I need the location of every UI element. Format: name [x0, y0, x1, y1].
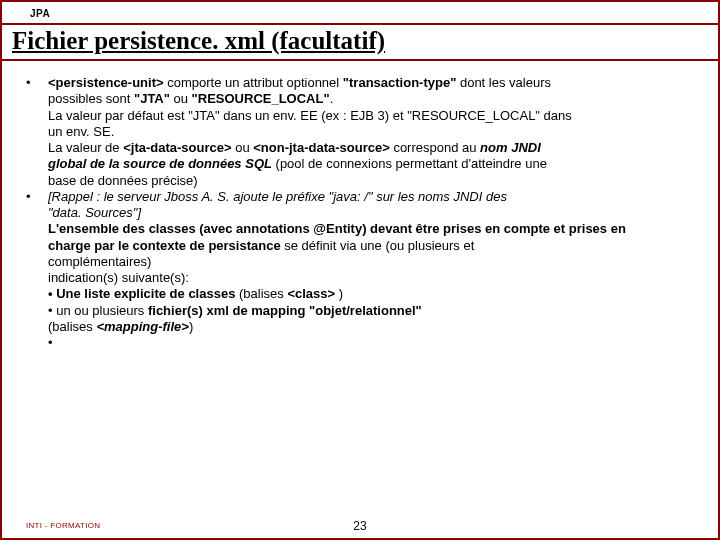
text-run: L'ensemble des classes (avec annotations…: [48, 221, 626, 236]
text-run: fichier(s) xml de mapping "objet/relatio…: [148, 303, 422, 318]
title-bar: Fichier persistence. xml (facultatif): [2, 23, 718, 61]
slide: JPA Fichier persistence. xml (facultatif…: [0, 0, 720, 540]
text-run: • Une liste explicite de classes: [48, 286, 235, 301]
text-run: comporte un attribut optionnel: [164, 75, 343, 90]
header-label: JPA: [2, 2, 718, 23]
text-run: un env. SE.: [48, 124, 114, 139]
text-run: charge par le contexte de persistance: [48, 238, 281, 253]
text-run: La valeur par défaut est "JTA" dans un e…: [48, 108, 572, 123]
text-run: se définit via une (ou plusieurs et: [281, 238, 475, 253]
text-run: <jta-data-source>: [123, 140, 231, 155]
page-number: 23: [353, 519, 366, 533]
text-run: possibles sont: [48, 91, 134, 106]
text-run: La valeur de: [48, 140, 123, 155]
text-run: <class>: [287, 286, 335, 301]
bullet-item: •[Rappel : le serveur Jboss A. S. ajoute…: [24, 189, 696, 352]
text-run: indication(s) suivante(s):: [48, 270, 189, 285]
footer: INTI - FORMATION 23: [2, 521, 718, 530]
bullet-marker: •: [24, 75, 48, 189]
text-run: nom JNDI: [480, 140, 541, 155]
text-run: .: [330, 91, 334, 106]
text-run: ou: [170, 91, 192, 106]
text-run: base de données précise): [48, 173, 198, 188]
footer-left: INTI - FORMATION: [2, 521, 100, 530]
text-run: •: [48, 335, 53, 350]
slide-content: •<persistence-unit> comporte un attribut…: [2, 61, 718, 351]
text-run: "JTA": [134, 91, 170, 106]
bullet-item: •<persistence-unit> comporte un attribut…: [24, 75, 696, 189]
text-run: ou: [232, 140, 254, 155]
bullet-marker: •: [24, 189, 48, 352]
text-run: "transaction-type": [343, 75, 456, 90]
text-run: correspond au: [390, 140, 480, 155]
text-run: global de la source de données SQL: [48, 156, 272, 171]
text-run: ): [189, 319, 193, 334]
text-run: ): [335, 286, 343, 301]
text-run: "data. Sources"]: [48, 205, 141, 220]
text-run: (balises: [48, 319, 96, 334]
text-run: • un ou plusieurs: [48, 303, 148, 318]
text-run: [Rappel : le serveur Jboss A. S. ajoute …: [48, 189, 507, 204]
text-run: <non-jta-data-source>: [253, 140, 390, 155]
text-run: dont les valeurs: [456, 75, 551, 90]
text-run: (pool de connexions permettant d'atteind…: [272, 156, 547, 171]
text-run: (balises: [235, 286, 287, 301]
slide-title: Fichier persistence. xml (facultatif): [12, 27, 385, 54]
text-run: complémentaires): [48, 254, 151, 269]
text-run: <mapping-file>: [96, 319, 188, 334]
text-run: "RESOURCE_LOCAL": [192, 91, 330, 106]
text-run: <persistence-unit>: [48, 75, 164, 90]
bullet-body: <persistence-unit> comporte un attribut …: [48, 75, 696, 189]
bullet-body: [Rappel : le serveur Jboss A. S. ajoute …: [48, 189, 696, 352]
